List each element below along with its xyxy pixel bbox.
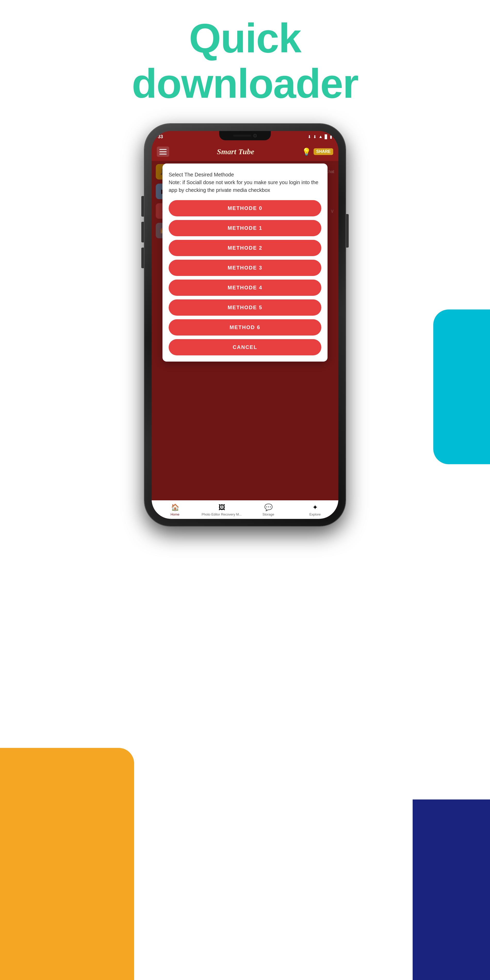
menu-line-2 — [159, 151, 167, 152]
menu-line-1 — [159, 149, 167, 150]
method-4-button[interactable]: METHODE 4 — [169, 280, 321, 296]
app-header: Smart Tube 💡 SHARE — [152, 142, 338, 161]
nav-storage-label: Storage — [262, 512, 274, 516]
method-6-button[interactable]: METHOD 6 — [169, 319, 321, 336]
nav-home-label: Home — [170, 512, 180, 516]
method-1-button[interactable]: METHODE 1 — [169, 220, 321, 236]
nav-photo-label: Photo Editor Recovery M... — [202, 512, 242, 516]
nav-storage[interactable]: 💬 Storage — [245, 503, 292, 516]
bottom-nav: 🏠 Home 🖼 Photo Editor Recovery M... 💬 St… — [152, 500, 338, 519]
header-right-icons: 💡 SHARE — [302, 148, 333, 156]
cancel-button[interactable]: CANCEL — [169, 339, 321, 355]
app-title: Quick downloader — [0, 16, 490, 106]
nav-photo-editor[interactable]: 🖼 Photo Editor Recovery M... — [198, 503, 245, 516]
app-content: 🎵 Buzz... 💬 ...hat ▶ Yo... ⬇ Quick... ∨ — [152, 161, 338, 500]
signal-icon: ▊ — [325, 134, 328, 139]
method-3-button[interactable]: METHODE 3 — [169, 260, 321, 276]
bg-decoration-blue — [413, 799, 490, 980]
method-0-button[interactable]: METHODE 0 — [169, 200, 321, 216]
phone-shell: 33 ⬇ ⬇ ▲ ▊ ▮ Smart Tube 💡 — [145, 124, 345, 526]
notch-camera — [253, 134, 257, 137]
menu-line-3 — [159, 154, 167, 154]
nav-explore[interactable]: ✦ Explore — [292, 503, 338, 516]
method-2-button[interactable]: METHODE 2 — [169, 240, 321, 256]
wifi-icon: ▲ — [318, 134, 323, 139]
share-badge: SHARE — [313, 148, 333, 155]
dialog-box: Select The Desired Methode Note: if Soci… — [162, 164, 328, 361]
notch-speaker — [233, 135, 251, 137]
method-5-button[interactable]: METHODE 5 — [169, 299, 321, 316]
nav-explore-label: Explore — [309, 512, 321, 516]
status-icons: ⬇ ⬇ ▲ ▊ ▮ — [308, 134, 332, 139]
menu-button[interactable] — [157, 146, 169, 157]
phone-mockup: 33 ⬇ ⬇ ▲ ▊ ▮ Smart Tube 💡 — [145, 124, 345, 526]
dialog-overlay: Select The Desired Methode Note: if Soci… — [152, 161, 338, 500]
bg-decoration-yellow — [0, 748, 134, 980]
battery-icon: ▮ — [330, 134, 332, 139]
phone-screen: 33 ⬇ ⬇ ▲ ▊ ▮ Smart Tube 💡 — [152, 131, 338, 519]
download-icon-1: ⬇ — [308, 134, 311, 139]
status-time: 33 — [158, 134, 163, 140]
download-icon-2: ⬇ — [313, 134, 317, 139]
nav-home[interactable]: 🏠 Home — [152, 503, 198, 516]
title-section: Quick downloader — [0, 16, 490, 106]
photo-editor-icon: 🖼 — [218, 503, 225, 511]
dialog-message: Select The Desired Methode Note: if Soci… — [169, 171, 321, 194]
bulb-icon: 💡 — [302, 148, 311, 156]
storage-icon: 💬 — [264, 503, 273, 511]
phone-notch — [219, 131, 271, 140]
explore-icon: ✦ — [312, 503, 318, 511]
home-icon: 🏠 — [171, 503, 179, 511]
bg-decoration-teal — [433, 309, 490, 464]
app-header-title: Smart Tube — [217, 147, 254, 156]
